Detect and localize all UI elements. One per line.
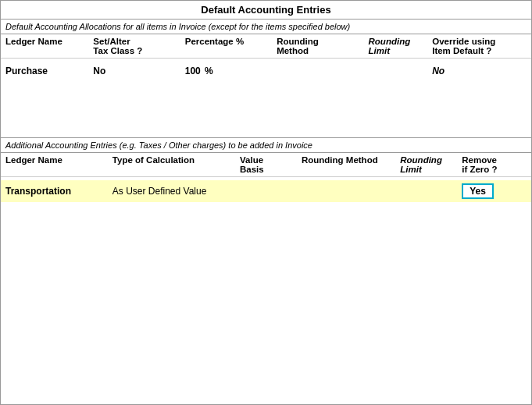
filler-row-1 [1,79,531,90]
transportation-ledger: Transportation [1,180,108,202]
additional-filler-3 [1,224,531,235]
default-data-row: Purchase No 100 % No [1,63,531,79]
filler-row-5 [1,123,531,133]
transportation-rounding-limit [395,180,457,202]
col-ledger-name: Ledger Name [1,34,88,59]
additional-filler-7 [1,268,531,279]
additional-subtitle: Additional Accounting Entries (e.g. Taxe… [1,138,531,153]
purchase-override: No [427,63,531,79]
additional-filler-11 [1,311,531,322]
additional-header-row: Ledger Name Type of Calculation ValueBas… [1,153,531,177]
additional-filler-9 [1,290,531,300]
purchase-rounding-method [272,63,363,79]
add-col-ledger: Ledger Name [1,153,108,177]
yes-button[interactable]: Yes [462,183,494,199]
main-container: Default Accounting Entries Default Accou… [0,0,532,405]
default-subtitle: Default Accounting Allocations for all i… [1,20,531,34]
filler-row-2 [1,90,531,101]
purchase-percentage: 100 % [180,63,272,79]
additional-filler-4 [1,235,531,246]
filler-row-4 [1,112,531,123]
filler-row-3 [1,101,531,112]
transportation-type: As User Defined Value [108,180,235,202]
additional-filler-6 [1,257,531,268]
add-col-value-basis: ValueBasis [235,153,297,177]
additional-filler-5 [1,246,531,257]
transportation-remove[interactable]: Yes [457,180,531,202]
add-col-remove: Removeif Zero ? [457,153,531,177]
additional-accounting-table: Ledger Name Type of Calculation ValueBas… [1,153,531,322]
col-rounding-limit: RoundingLimit [364,34,428,59]
filler-row-6 [1,133,531,138]
col-percentage: Percentage % [180,34,272,59]
col-override: Override usingItem Default ? [427,34,531,59]
page-title: Default Accounting Entries [1,1,531,20]
transportation-rounding-method [297,180,395,202]
default-accounting-table: Ledger Name Set/AlterTax Class ? Percent… [1,34,531,138]
col-set-alter: Set/AlterTax Class ? [88,34,180,59]
add-col-rounding-method: Rounding Method [297,153,395,177]
purchase-ledger: Purchase [1,63,88,79]
transportation-value-basis [235,180,297,202]
additional-filler-8 [1,279,531,290]
add-col-rounding-limit: RoundingLimit [395,153,457,177]
default-header-row: Ledger Name Set/AlterTax Class ? Percent… [1,34,531,59]
additional-filler-1 [1,202,531,213]
additional-filler-2 [1,213,531,224]
additional-filler-10 [1,300,531,311]
transportation-row: Transportation As User Defined Value Yes [1,180,531,202]
col-rounding-method: RoundingMethod [272,34,363,59]
purchase-rounding-limit [364,63,428,79]
purchase-set-alter: No [88,63,180,79]
add-col-type: Type of Calculation [108,153,235,177]
